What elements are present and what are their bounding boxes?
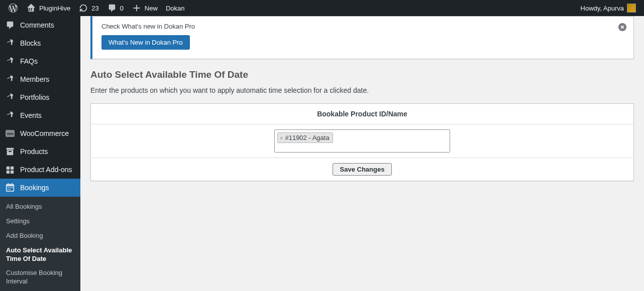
calendar-icon: [5, 183, 15, 193]
products-table: Bookable Product ID/Name × #11902 - Agat…: [90, 103, 634, 181]
product-select-input[interactable]: × #11902 - Agata: [274, 129, 450, 153]
sidebar-item-label: Product Add-ons: [20, 166, 72, 174]
addons-icon: [5, 165, 15, 175]
avatar: [627, 4, 636, 13]
page-title: Auto Select Available Time Of Date: [90, 69, 634, 80]
sidebar-item-woocommerce[interactable]: woo WooCommerce: [0, 124, 80, 142]
sidebar-item-blocks[interactable]: Blocks: [0, 34, 80, 52]
sidebar-item-label: FAQs: [20, 57, 38, 65]
pin-icon: [5, 110, 15, 120]
token-remove-icon[interactable]: ×: [280, 135, 283, 141]
admin-sidebar: Comments Blocks FAQs Members Portfolios …: [0, 16, 80, 291]
sidebar-item-label: Bookings: [20, 184, 49, 192]
dokan-link[interactable]: Dokan: [162, 0, 189, 16]
sidebar-item-members[interactable]: Members: [0, 70, 80, 88]
product-token: × #11902 - Agata: [277, 132, 333, 143]
sidebar-item-comments[interactable]: Comments: [0, 16, 80, 34]
page-description: Enter the products on which you want to …: [90, 86, 634, 94]
sidebar-item-label: Comments: [20, 21, 54, 29]
sidebar-item-label: Blocks: [20, 39, 41, 47]
pin-icon: [5, 56, 15, 66]
pin-icon: [5, 38, 15, 48]
table-header-product: Bookable Product ID/Name: [91, 104, 634, 124]
sidebar-item-label: Products: [20, 148, 48, 156]
account-link[interactable]: Howdy, Apurva: [577, 0, 640, 16]
table-row: × #11902 - Agata: [91, 124, 634, 158]
sidebar-item-faqs[interactable]: FAQs: [0, 52, 80, 70]
updates-count: 23: [91, 5, 98, 12]
sidebar-item-events[interactable]: Events: [0, 106, 80, 124]
comment-icon: [5, 20, 15, 30]
comments-count: 0: [120, 5, 124, 12]
notice-dismiss-button[interactable]: [617, 23, 627, 33]
whats-new-button[interactable]: What's New in Dokan Pro: [101, 35, 190, 50]
sidebar-item-bookings[interactable]: Bookings: [0, 179, 80, 197]
site-link[interactable]: PluginHive: [22, 0, 74, 16]
sidebar-item-label: WooCommerce: [20, 129, 69, 137]
plus-icon: [132, 3, 142, 13]
notice-text: Check What's new in Dokan Pro: [101, 23, 624, 30]
admin-bar-left: PluginHive 23 0 New Dokan: [4, 0, 577, 16]
sidebar-item-portfolios[interactable]: Portfolios: [0, 88, 80, 106]
home-icon: [26, 3, 36, 13]
sidebar-item-label: Members: [20, 75, 49, 83]
woocommerce-icon: woo: [5, 128, 15, 138]
archive-icon: [5, 147, 15, 157]
wp-logo-link[interactable]: [4, 0, 22, 16]
update-icon: [78, 3, 88, 13]
dokan-label: Dokan: [166, 5, 185, 12]
pin-icon: [5, 74, 15, 84]
updates-link[interactable]: 23: [74, 0, 102, 16]
submenu-auto-select[interactable]: Auto Select Available Time Of Date: [0, 243, 80, 266]
admin-bar: PluginHive 23 0 New Dokan Howdy, Apurva: [0, 0, 644, 16]
pin-icon: [5, 92, 15, 102]
submenu-customise-interval[interactable]: Customise Booking Interval: [0, 266, 80, 289]
table-row: Save Changes: [91, 158, 634, 181]
dokan-notice: Check What's new in Dokan Pro What's New…: [90, 16, 634, 59]
close-icon: [618, 23, 627, 33]
submenu-settings[interactable]: Settings: [0, 214, 80, 229]
new-label: New: [145, 5, 158, 12]
submenu-add-booking[interactable]: Add Booking: [0, 229, 80, 243]
site-name: PluginHive: [39, 5, 70, 12]
sidebar-item-label: Events: [20, 111, 42, 119]
comment-icon: [107, 3, 117, 13]
save-changes-button[interactable]: Save Changes: [333, 163, 392, 176]
submenu-all-bookings[interactable]: All Bookings: [0, 200, 80, 214]
main-content: Check What's new in Dokan Pro What's New…: [80, 16, 644, 191]
comments-link[interactable]: 0: [103, 0, 128, 16]
sidebar-item-product-addons[interactable]: Product Add-ons: [0, 161, 80, 179]
token-label: #11902 - Agata: [285, 134, 329, 141]
wordpress-icon: [8, 3, 18, 13]
new-link[interactable]: New: [128, 0, 162, 16]
bookings-submenu: All Bookings Settings Add Booking Auto S…: [0, 197, 80, 291]
howdy-text: Howdy, Apurva: [581, 5, 624, 12]
admin-bar-right: Howdy, Apurva: [577, 0, 640, 16]
sidebar-item-label: Portfolios: [20, 93, 49, 101]
sidebar-item-products[interactable]: Products: [0, 142, 80, 161]
